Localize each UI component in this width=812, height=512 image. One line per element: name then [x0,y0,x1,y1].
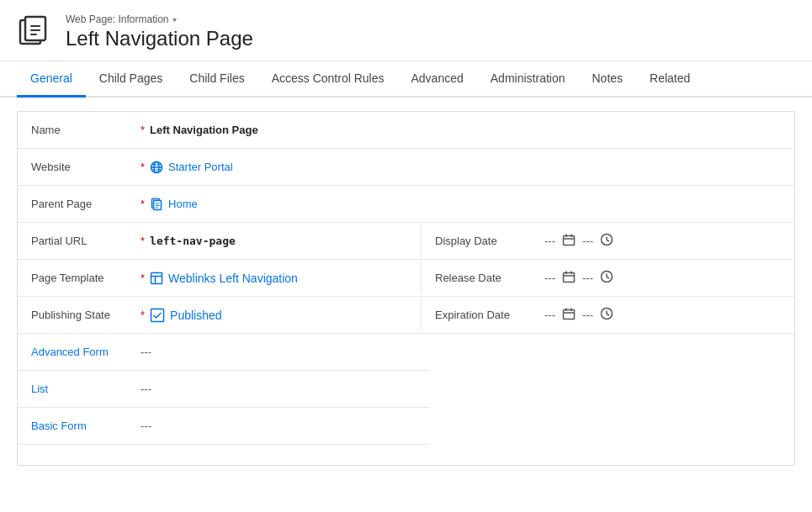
svg-line-31 [607,277,609,279]
page-template-label: Page Template [31,272,141,284]
display-date-right-dash: --- [582,235,593,247]
parent-page-value: Home [150,198,781,211]
page-icon [150,198,163,211]
display-date-field: --- --- [544,233,781,249]
list-row: List --- [18,371,430,408]
release-date-dash: --- [544,272,555,284]
parent-page-link[interactable]: Home [150,198,781,211]
empty-row [18,445,430,465]
basic-form-value: --- [141,420,417,432]
breadcrumb-chevron-icon: ▾ [172,15,177,24]
website-link-text: Starter Portal [168,161,233,173]
advanced-form-value: --- [141,346,417,358]
basic-form-label: Basic Form [31,420,141,432]
breadcrumb-text: Web Page: Information [66,13,169,25]
svg-line-39 [607,314,609,316]
publishing-state-required: * [141,309,145,321]
page-title: Left Navigation Page [66,27,253,50]
display-date-calendar-icon[interactable] [562,233,576,249]
advanced-form-row: Advanced Form --- [18,334,430,371]
tab-administration[interactable]: Administration [477,61,579,98]
list-value: --- [141,383,417,395]
app-logo [17,13,54,50]
svg-rect-33 [564,310,575,319]
svg-rect-4 [30,34,37,35]
display-date-label: Display Date [435,235,544,247]
publishing-state-value: Published [150,308,407,323]
partial-url-text: left-nav-page [150,235,236,247]
parent-page-link-text: Home [168,198,198,210]
release-date-label: Release Date [435,272,544,284]
release-date-calendar-icon[interactable] [562,270,576,286]
expiration-date-clock-icon[interactable] [600,307,613,323]
expiration-date-dash: --- [544,309,555,321]
advanced-form-label: Advanced Form [31,346,141,358]
parent-page-row: Parent Page * Home [18,186,794,223]
svg-rect-22 [151,272,162,283]
svg-rect-1 [25,17,45,40]
form-section: Name * Left Navigation Page Website * St… [17,111,795,466]
display-date-clock-icon[interactable] [600,233,613,249]
basic-form-row: Basic Form --- [18,408,430,445]
page-template-link[interactable]: Weblinks Left Navigation [150,272,298,285]
website-label: Website [31,161,141,173]
page-header: Web Page: Information ▾ Left Navigation … [0,0,812,61]
name-row: Name * Left Navigation Page [18,112,794,149]
breadcrumb[interactable]: Web Page: Information ▾ [66,13,253,25]
expiration-date-label: Expiration Date [435,309,544,321]
page-template-value: Weblinks Left Navigation [150,272,407,285]
publishing-state-row: Publishing State * Published Expirat [18,297,794,334]
globe-icon [150,161,163,174]
page-template-link-text: Weblinks Left Navigation [168,272,298,285]
partial-url-row: Partial URL * left-nav-page Display Date… [18,223,794,260]
svg-rect-32 [151,309,164,321]
published-icon [150,308,165,323]
parent-page-required: * [141,198,145,210]
release-date-field: --- --- [544,270,781,286]
template-icon [150,272,163,285]
expiration-date-right-dash: --- [582,309,593,321]
page-template-required: * [141,272,145,284]
release-date-clock-icon[interactable] [600,270,613,286]
display-date-dash: --- [544,235,555,247]
basic-form-link[interactable]: Basic Form [31,420,87,432]
tab-child-pages[interactable]: Child Pages [86,61,177,98]
tab-bar: General Child Pages Child Files Access C… [0,61,812,98]
publishing-state-label: Publishing State [31,309,141,321]
website-link[interactable]: Starter Portal [150,161,781,174]
advanced-form-link[interactable]: Advanced Form [31,346,109,358]
partial-url-label: Partial URL [31,235,141,247]
tab-access-control-rules[interactable]: Access Control Rules [258,61,398,98]
list-link[interactable]: List [31,383,48,395]
name-required: * [141,124,145,136]
tab-general[interactable]: General [17,61,86,98]
tab-advanced[interactable]: Advanced [398,61,477,98]
release-date-right-dash: --- [582,272,593,284]
main-content: Name * Left Navigation Page Website * St… [0,111,812,466]
website-value: Starter Portal [150,161,781,174]
name-value: Left Navigation Page [150,124,781,136]
website-required: * [141,161,145,173]
header-text: Web Page: Information ▾ Left Navigation … [66,13,253,50]
list-label: List [31,383,141,395]
publishing-state-link[interactable]: Published [150,308,222,323]
svg-rect-25 [564,273,575,282]
svg-line-21 [607,240,609,242]
svg-rect-15 [564,236,575,245]
partial-url-required: * [141,235,145,247]
name-label: Name [31,124,141,136]
website-row: Website * Starter Portal [18,149,794,186]
page-template-row: Page Template * Weblinks Left Navigation [18,260,794,297]
expiration-date-calendar-icon[interactable] [562,307,576,323]
tab-child-files[interactable]: Child Files [176,61,257,98]
publishing-state-link-text: Published [170,309,222,322]
svg-rect-2 [30,25,40,27]
tab-notes[interactable]: Notes [578,61,636,98]
tab-related[interactable]: Related [636,61,703,98]
parent-page-label: Parent Page [31,198,141,210]
partial-url-value: left-nav-page [150,235,407,247]
expiration-date-field: --- --- [544,307,781,323]
svg-rect-3 [30,29,40,31]
